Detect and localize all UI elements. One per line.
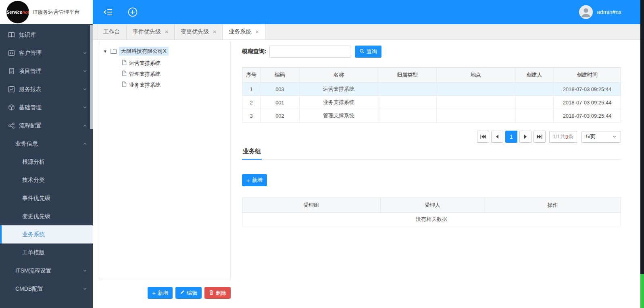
tab-bar: 工作台 事件优先级 × 变更优先级 × 业务系统 × bbox=[93, 24, 644, 40]
tree-delete-button[interactable]: 删除 bbox=[204, 287, 231, 299]
tab-incident-priority[interactable]: 事件优先级 × bbox=[127, 24, 175, 40]
plus-circle-icon[interactable] bbox=[127, 7, 138, 17]
tab-change-priority[interactable]: 变更优先级 × bbox=[175, 24, 223, 40]
cube-icon bbox=[8, 104, 15, 111]
table-row[interactable]: 2 001 业务支撑系统 2018-07-03 09:25:44 bbox=[242, 96, 621, 109]
cell bbox=[515, 96, 554, 109]
tab-close-icon[interactable]: × bbox=[165, 29, 168, 35]
scrollbar-thumb[interactable] bbox=[640, 274, 644, 308]
current-page-button[interactable]: 1 bbox=[505, 131, 517, 143]
sidebar-item-label: 工单模版 bbox=[22, 249, 87, 256]
topbar: admin#nx bbox=[93, 0, 644, 24]
group-add-button[interactable]: + 新增 bbox=[242, 174, 267, 186]
next-page-icon bbox=[523, 134, 527, 139]
sidebar-item-process-config[interactable]: 流程配置 bbox=[0, 117, 93, 135]
table-row[interactable]: 3 002 管理支撑系统 2018-07-03 09:25:44 bbox=[242, 109, 621, 123]
sidebar-item-knowledge-base[interactable]: 知识库 bbox=[0, 26, 93, 44]
cell bbox=[515, 83, 554, 96]
last-page-icon bbox=[537, 134, 542, 139]
sidebar-item-cmdb-config[interactable]: CMDB配置 bbox=[0, 280, 93, 298]
sidebar-scrollbar[interactable] bbox=[90, 25, 93, 129]
tab-close-icon[interactable]: × bbox=[213, 29, 216, 35]
sidebar: Servicehot IT服务运营管理平台 知识库 客户管理 bbox=[0, 0, 93, 308]
button-label: 新增 bbox=[252, 177, 263, 184]
column-header: 序号 bbox=[242, 68, 261, 83]
avatar[interactable] bbox=[579, 5, 593, 19]
tree-add-button[interactable]: + 新增 bbox=[148, 287, 173, 299]
column-header: 归属类型 bbox=[378, 68, 437, 83]
sidebar-item-basic-management[interactable]: 基础管理 bbox=[0, 98, 93, 117]
file-icon bbox=[122, 81, 127, 88]
pagination-total-count: 3 bbox=[565, 134, 568, 140]
user-area: admin#nx bbox=[579, 5, 634, 19]
sidebar-item-label: 业务信息 bbox=[15, 140, 83, 148]
chart-icon bbox=[8, 86, 15, 93]
sidebar-item-change-priority[interactable]: 变更优先级 bbox=[0, 207, 93, 225]
chevron-down-icon bbox=[83, 287, 87, 291]
book-icon bbox=[8, 31, 15, 38]
sidebar-item-business-system[interactable]: 业务系统 bbox=[0, 225, 93, 243]
business-system-table: 序号 编码 名称 归属类型 地点 创建人 创建时间 1 003 bbox=[242, 67, 621, 123]
org-tree-panel: ▼ 无限科技有限公司X 运营支撑系统 管理支撑系统 bbox=[99, 41, 231, 280]
tab-close-icon[interactable]: × bbox=[255, 29, 258, 35]
sidebar-item-incident-priority[interactable]: 事件优先级 bbox=[0, 189, 93, 207]
first-page-button[interactable] bbox=[477, 131, 489, 143]
search-button[interactable]: 查询 bbox=[355, 46, 381, 58]
plus-icon: + bbox=[246, 177, 250, 183]
tree-node[interactable]: 管理支撑系统 bbox=[122, 69, 226, 79]
empty-message: 没有相关数据 bbox=[242, 213, 621, 226]
detail-panel: 模糊查询: 查询 序号 编码 名称 bbox=[237, 40, 644, 308]
sidebar-item-label: 流程配置 bbox=[19, 122, 83, 129]
flow-icon bbox=[8, 122, 15, 129]
sidebar-item-root-cause-analysis[interactable]: 根源分析 bbox=[0, 153, 93, 171]
tree-node[interactable]: 业务支撑系统 bbox=[122, 79, 226, 90]
sidebar-item-label: ITSM流程设置 bbox=[15, 267, 83, 275]
sidebar-item-customer-management[interactable]: 客户管理 bbox=[0, 44, 93, 62]
prev-page-button[interactable] bbox=[491, 131, 503, 143]
cell bbox=[378, 96, 437, 109]
sidebar-item-ticket-template[interactable]: 工单模版 bbox=[0, 243, 93, 262]
sidebar-item-label: 知识库 bbox=[19, 31, 87, 39]
sidebar-item-service-report[interactable]: 服务报表 bbox=[0, 80, 93, 98]
sidebar-item-label: 业务系统 bbox=[22, 231, 87, 238]
sidebar-item-label: 根源分析 bbox=[22, 158, 87, 166]
first-page-icon bbox=[480, 134, 486, 139]
content: ▼ 无限科技有限公司X 运营支撑系统 管理支撑系统 bbox=[93, 40, 644, 308]
last-page-button[interactable] bbox=[534, 131, 546, 143]
sidebar-item-label: 服务报表 bbox=[19, 86, 83, 93]
chevron-down-icon bbox=[83, 105, 87, 110]
caret-down-icon[interactable]: ▼ bbox=[103, 49, 108, 54]
next-page-button[interactable] bbox=[519, 131, 531, 143]
sidebar-item-itsm-process[interactable]: ITSM流程设置 bbox=[0, 262, 93, 280]
tab-label: 工作台 bbox=[103, 28, 120, 35]
menu-collapse-icon[interactable] bbox=[103, 8, 113, 17]
business-group-section-header: 业务组 bbox=[242, 148, 621, 160]
cell: 业务支撑系统 bbox=[300, 96, 378, 109]
column-header: 操作 bbox=[484, 198, 621, 213]
business-group-table: 受理组 受理人 操作 没有相关数据 bbox=[242, 198, 621, 226]
tree-root-label[interactable]: 无限科技有限公司X bbox=[119, 47, 169, 56]
fuzzy-search-input[interactable] bbox=[269, 46, 351, 58]
sidebar-item-business-info[interactable]: 业务信息 bbox=[0, 135, 93, 153]
sidebar-item-project-management[interactable]: 项目管理 bbox=[0, 62, 93, 80]
tab-workbench[interactable]: 工作台 bbox=[97, 24, 127, 40]
plus-icon: + bbox=[152, 290, 156, 296]
sidebar-item-tech-category[interactable]: 技术分类 bbox=[0, 171, 93, 189]
app-root: Servicehot IT服务运营管理平台 知识库 客户管理 bbox=[0, 0, 644, 308]
page-scrollbar[interactable] bbox=[640, 0, 644, 308]
table-row[interactable]: 1 003 运营支撑系统 2018-07-03 09:25:44 bbox=[242, 83, 621, 96]
empty-row: 没有相关数据 bbox=[242, 213, 621, 226]
cell: 3 bbox=[242, 109, 261, 123]
chevron-up-icon bbox=[83, 123, 87, 128]
button-label: 编辑 bbox=[187, 289, 197, 297]
tab-label: 变更优先级 bbox=[181, 28, 209, 35]
app-title: IT服务运营管理平台 bbox=[33, 8, 80, 16]
pagination-info-prefix: 1/1共 bbox=[553, 133, 565, 140]
page-size-select[interactable]: 5/页 bbox=[581, 131, 621, 143]
tree-node[interactable]: 运营支撑系统 bbox=[122, 58, 226, 69]
chevron-down-icon bbox=[83, 69, 87, 73]
tree-edit-button[interactable]: 编辑 bbox=[175, 287, 202, 299]
tab-business-system[interactable]: 业务系统 × bbox=[223, 24, 265, 40]
section-title: 业务组 bbox=[242, 148, 262, 160]
tree-root-node[interactable]: ▼ 无限科技有限公司X bbox=[103, 47, 226, 56]
